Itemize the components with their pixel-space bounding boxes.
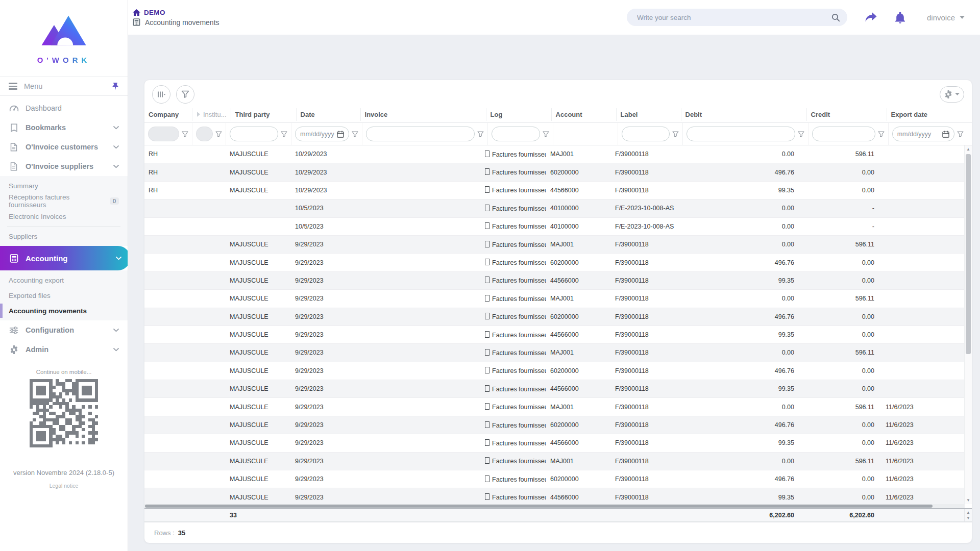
filter-input-log[interactable] — [492, 127, 540, 141]
sidebar-item-dashboard[interactable]: Dashboard — [0, 98, 128, 118]
table-row[interactable]: 10/5/2023Factures fournisseurs40100000F/… — [144, 199, 964, 217]
column-header-institution[interactable]: Institu... — [192, 108, 231, 121]
total-credit: 6,202.60 — [801, 512, 881, 519]
sidebar-item-bookmarks[interactable]: Bookmarks — [0, 118, 128, 137]
table-row[interactable]: MAJUSCULE9/29/2023Factures fournisseurs4… — [144, 380, 964, 398]
filter-input-invoice[interactable] — [366, 127, 475, 141]
horizontal-scrollbar-thumb[interactable] — [145, 505, 933, 508]
filter-input-credit[interactable] — [812, 127, 875, 141]
table-row[interactable]: 10/5/2023Factures fournisseurs40100000F/… — [144, 218, 964, 236]
sidebar-item-o-invoice-customers[interactable]: O'Invoice customers — [0, 137, 128, 157]
scroll-up-button[interactable]: ▲ — [965, 145, 972, 153]
sidebar-item-accounting[interactable]: Accounting — [0, 246, 128, 270]
filter-funnel-icon[interactable] — [182, 131, 188, 137]
filter-input-date[interactable]: mm/dd/yyyy — [295, 127, 349, 141]
chevron-down-icon — [960, 16, 965, 19]
cell-label: F/39000118 — [611, 151, 676, 158]
sidebar-item-accounting-movements[interactable]: Accounting movements — [0, 303, 128, 318]
table-row[interactable]: MAJUSCULE9/29/2023Factures fournisseursM… — [144, 236, 964, 254]
column-header-label[interactable]: Label — [616, 108, 681, 121]
cell-label: F/39000118 — [611, 475, 676, 483]
table-row[interactable]: MAJUSCULE9/29/2023Factures fournisseursM… — [144, 398, 964, 416]
filter-funnel-icon[interactable] — [215, 131, 222, 137]
table-row[interactable]: MAJUSCULE9/29/2023Factures fournisseurs6… — [144, 362, 964, 380]
column-header-date[interactable]: Date — [296, 108, 360, 121]
hamburger-icon[interactable] — [9, 83, 17, 90]
column-header-invoice[interactable]: Invoice — [360, 108, 486, 121]
cell-label: F/39000118 — [611, 277, 676, 284]
grid-header-row: CompanyInstitu...Third partyDateInvoiceL… — [144, 108, 972, 122]
vertical-scrollbar[interactable]: ▲ ▼ — [964, 145, 972, 504]
scroll-down-button[interactable]: ▼ — [965, 496, 972, 504]
table-row[interactable]: RHMAJUSCULE10/29/2023Factures fournisseu… — [144, 145, 964, 163]
filter-funnel-icon[interactable] — [957, 131, 964, 137]
totals-scroll-buttons[interactable]: ▲▼ — [964, 509, 972, 521]
breadcrumb-site[interactable]: DEMO — [133, 9, 219, 16]
column-header-account[interactable]: Account — [551, 108, 616, 121]
calendar-icon[interactable] — [337, 131, 344, 138]
pin-icon[interactable] — [112, 82, 119, 90]
search-icon[interactable] — [831, 13, 840, 22]
filter-funnel-icon[interactable] — [798, 131, 804, 137]
notifications-bell-icon[interactable] — [895, 12, 905, 23]
filter-input-label[interactable] — [622, 127, 670, 141]
table-row[interactable]: MAJUSCULE9/29/2023Factures fournisseurs6… — [144, 254, 964, 271]
grid-settings-button[interactable] — [940, 86, 964, 103]
table-row[interactable]: RHMAJUSCULE10/29/2023Factures fournisseu… — [144, 182, 964, 199]
sidebar-item-r-ceptions-factures-fournisseurs[interactable]: Réceptions factures fournisseurs0 — [0, 193, 128, 209]
cell-export_date: 11/6/2023 — [881, 494, 961, 501]
sidebar-item-electronic-invoices[interactable]: Electronic Invoices — [0, 209, 128, 224]
table-row[interactable]: RHMAJUSCULE10/29/2023Factures fournisseu… — [144, 163, 964, 181]
sidebar-item-summary[interactable]: Summary — [0, 178, 128, 193]
cell-date: 10/5/2023 — [291, 223, 355, 230]
share-icon[interactable] — [865, 12, 877, 22]
cell-account: 60200000 — [546, 421, 611, 429]
filter-funnel-icon[interactable] — [477, 131, 484, 137]
table-row[interactable]: MAJUSCULE9/29/2023Factures fournisseurs6… — [144, 308, 964, 326]
table-row[interactable]: MAJUSCULE9/29/2023Factures fournisseurs6… — [144, 470, 964, 488]
user-menu[interactable]: dinvoice — [927, 13, 965, 22]
sidebar-subitem-label: Réceptions factures fournisseurs — [9, 193, 105, 209]
filter-funnel-icon[interactable] — [352, 131, 358, 137]
filter-input-third_party[interactable] — [230, 127, 278, 141]
table-row[interactable]: MAJUSCULE9/29/2023Factures fournisseurs4… — [144, 434, 964, 452]
filter-cell-debit — [682, 123, 808, 145]
cell-credit: 0.00 — [801, 169, 881, 176]
sidebar-item-exported-files[interactable]: Exported files — [0, 288, 128, 303]
horizontal-scrollbar[interactable] — [144, 504, 965, 508]
column-header-debit[interactable]: Debit — [681, 108, 806, 121]
column-chooser-button[interactable] — [152, 85, 170, 104]
table-row[interactable]: MAJUSCULE9/29/2023Factures fournisseursM… — [144, 290, 964, 308]
table-row[interactable]: MAJUSCULE9/29/2023Factures fournisseursM… — [144, 453, 964, 470]
column-header-company[interactable]: Company — [144, 108, 192, 121]
table-row[interactable]: MAJUSCULE9/29/2023Factures fournisseurs4… — [144, 272, 964, 290]
table-row[interactable]: MAJUSCULE9/29/2023Factures fournisseurs6… — [144, 416, 964, 434]
column-header-log[interactable]: Log — [486, 108, 551, 121]
sidebar-item-accounting-export[interactable]: Accounting export — [0, 272, 128, 288]
sidebar-item-o-invoice-suppliers[interactable]: O'Invoice suppliers — [0, 157, 128, 176]
filter-input-debit[interactable] — [687, 127, 795, 141]
table-row[interactable]: MAJUSCULE9/29/2023Factures fournisseurs4… — [144, 488, 964, 504]
vertical-scrollbar-thumb[interactable] — [966, 154, 971, 354]
filter-funnel-icon[interactable] — [543, 131, 549, 137]
table-row[interactable]: MAJUSCULE9/29/2023Factures fournisseurs4… — [144, 326, 964, 344]
sidebar-item-configuration[interactable]: Configuration — [0, 320, 128, 340]
filter-funnel-icon[interactable] — [878, 131, 885, 137]
column-header-third_party[interactable]: Third party — [231, 108, 296, 121]
breadcrumb-page: Accounting movements — [133, 18, 219, 27]
sidebar-item-suppliers[interactable]: Suppliers — [0, 229, 128, 244]
search-input[interactable] — [636, 13, 831, 22]
sidebar-item-admin[interactable]: Admin — [0, 340, 128, 359]
column-header-credit[interactable]: Credit — [806, 108, 887, 121]
calendar-icon[interactable] — [942, 131, 949, 138]
legal-notice-link[interactable]: Legal notice — [0, 483, 128, 489]
filter-button[interactable] — [176, 85, 194, 104]
filter-funnel-icon[interactable] — [281, 131, 287, 137]
table-row[interactable]: MAJUSCULE9/29/2023Factures fournisseursM… — [144, 344, 964, 362]
cell-credit: 596.11 — [801, 458, 881, 465]
filter-input-export_date[interactable]: mm/dd/yyyy — [892, 127, 954, 141]
column-header-export_date[interactable]: Export date — [887, 108, 966, 121]
cell-credit: 596.11 — [801, 404, 881, 411]
sidebar-item-label: O'Invoice suppliers — [26, 162, 93, 170]
filter-funnel-icon[interactable] — [672, 131, 679, 137]
